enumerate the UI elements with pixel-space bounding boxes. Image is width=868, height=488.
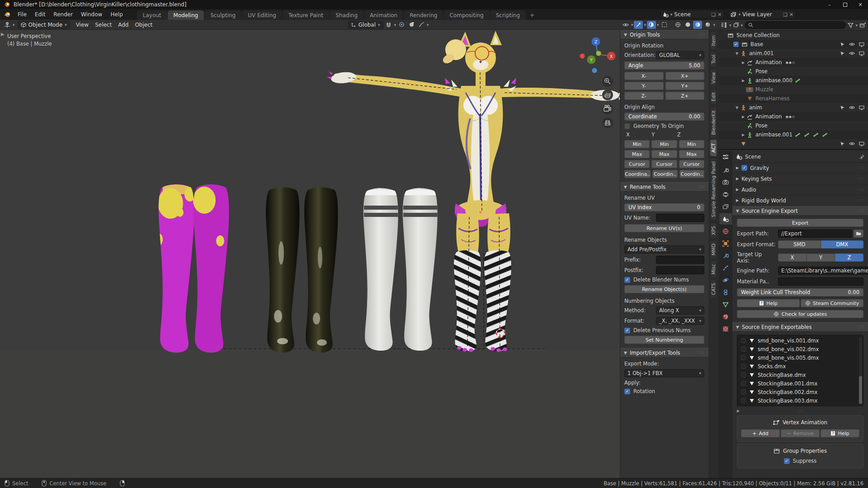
properties-tab-world[interactable] <box>719 225 732 237</box>
up-axis-y-option[interactable]: Y <box>807 253 835 262</box>
chevron-down-icon[interactable]: ▾ <box>855 23 858 28</box>
folder-browse-icon[interactable] <box>854 230 863 238</box>
workspace-tab-modeling[interactable]: Modeling <box>168 10 204 20</box>
workspace-tab-compositing[interactable]: Compositing <box>443 10 489 20</box>
align-cursor-button[interactable]: Cursor <box>624 160 650 168</box>
prepostfix-dropdown[interactable]: Add Pre/Postfix▾ <box>624 245 704 253</box>
export-mode-dropdown[interactable]: 1 Obj->1 FBX▾ <box>624 369 704 377</box>
align-max-button[interactable]: Max <box>624 150 650 158</box>
align-cursor-button[interactable]: Cursor <box>651 160 677 168</box>
expand-arrow-icon[interactable]: ▶ <box>737 409 740 413</box>
disclosure-open-icon[interactable]: ▼ <box>734 52 740 56</box>
properties-tab-render[interactable] <box>719 177 732 188</box>
panel-header-rigid-body-world[interactable]: ▶Rigid Body World:::: <box>732 195 868 206</box>
angle-slider[interactable]: Angle5.00 <box>624 61 704 70</box>
filter-icon[interactable] <box>848 23 854 28</box>
panel-header-audio[interactable]: ▶Audio:::: <box>732 184 868 195</box>
outliner-search-input[interactable] <box>745 21 846 29</box>
align-max-button[interactable]: Max <box>679 150 704 158</box>
exportable-item[interactable]: StockingBase.dmx <box>737 371 863 379</box>
pointer-icon[interactable] <box>840 51 845 56</box>
check-for-updates-button[interactable]: Check for updates <box>737 310 863 318</box>
origin-rotate-z-button[interactable]: Z+ <box>665 92 705 100</box>
outliner-row-animation[interactable]: ▶Animation◆◆◇ <box>719 58 868 67</box>
resize-grip[interactable]: :::: <box>798 409 805 413</box>
copy-icon[interactable]: ❏ <box>783 12 788 18</box>
delete-blender-nums-checkbox[interactable]: ✓Delete Blender Nums <box>624 277 704 283</box>
pointer-icon[interactable] <box>840 105 845 110</box>
disclosure-closed-icon[interactable]: ▶ <box>741 133 746 137</box>
outliner-row-partial[interactable] <box>719 139 868 148</box>
material-path-input[interactable] <box>778 277 863 286</box>
n-panel-tab-mmd[interactable]: MMD <box>710 240 717 259</box>
pointer-icon[interactable] <box>840 141 845 146</box>
n-panel-tab-xps[interactable]: XPS <box>710 222 717 239</box>
close-button[interactable]: ✕ <box>853 0 868 9</box>
maximize-button[interactable] <box>837 0 853 9</box>
n-panel-tab-tool[interactable]: Tool <box>710 51 717 67</box>
outliner-row-pose[interactable]: Pose <box>719 67 868 76</box>
rename-uv-button[interactable]: Rename UV(s) <box>624 224 704 232</box>
disclosure-closed-icon[interactable]: ▶ <box>741 79 746 83</box>
workspace-tab-animation[interactable]: Animation <box>364 10 403 20</box>
format-dmx-option[interactable]: DMX <box>821 240 864 249</box>
uv-index-slider[interactable]: UV Index0 <box>624 203 704 211</box>
eye-icon[interactable] <box>849 141 855 146</box>
scene-selector[interactable]: ▾ Scene ❏ ✕ <box>660 10 724 19</box>
rotation-checkbox[interactable]: ✓Rotation <box>624 388 704 394</box>
viewport-menu-select[interactable]: Select <box>92 22 115 28</box>
exportable-checkbox[interactable] <box>741 355 746 360</box>
origin-rotate-y-button[interactable]: Y- <box>624 82 664 90</box>
monitor-icon[interactable] <box>859 105 864 110</box>
exportable-checkbox[interactable] <box>741 398 746 403</box>
exportable-checkbox[interactable] <box>741 389 746 394</box>
disclosure-open-icon[interactable]: ▼ <box>734 106 740 110</box>
origin-rotate-x-button[interactable]: X+ <box>665 72 705 80</box>
gravity-checkbox[interactable]: ✓ <box>741 165 747 171</box>
chevron-down-icon[interactable]: ▾ <box>644 23 646 27</box>
add-workspace-button[interactable]: + <box>526 10 538 20</box>
n-panel-tab-item[interactable]: Item <box>710 32 717 50</box>
display-mode-icon[interactable] <box>733 22 739 28</box>
transform-orientation-dropdown[interactable]: Global ▾ <box>348 21 383 29</box>
snap-target-icon[interactable] <box>397 21 406 29</box>
outliner-row-scene-collection[interactable]: Scene Collection <box>719 31 868 40</box>
n-panel-tab-misc[interactable]: Misc <box>710 260 717 278</box>
properties-tab-material[interactable] <box>719 311 732 322</box>
align-max-button[interactable]: Max <box>651 150 677 158</box>
menu-help[interactable]: Help <box>106 9 127 20</box>
up-axis-x-option[interactable]: X <box>778 253 807 262</box>
editor-type-icon[interactable] <box>3 21 12 29</box>
properties-tab-constraints[interactable] <box>719 286 732 298</box>
workspace-tab-texture-paint[interactable]: Texture Paint <box>283 10 329 20</box>
view-layer-selector[interactable]: ▾ View Layer ❏ ✕ <box>728 10 796 19</box>
editor-type-icon[interactable] <box>721 22 727 28</box>
workspace-tab-uv-editing[interactable]: UV Editing <box>242 10 282 20</box>
exportable-checkbox[interactable] <box>741 347 746 352</box>
export-button[interactable]: Export <box>737 219 863 227</box>
outliner-row-animbase-001[interactable]: ▶animbase.001 <box>719 130 868 139</box>
export-path-input[interactable]: //Export <box>778 230 852 238</box>
disclosure-closed-icon[interactable]: ▶ <box>741 115 746 119</box>
toolbar-expand-arrow[interactable]: ▶ <box>1 32 5 37</box>
properties-tab-scene[interactable] <box>719 213 732 225</box>
align-cursor-button[interactable]: Cursor <box>679 160 704 168</box>
geometry-to-origin-checkbox[interactable]: Geometry To Origin <box>624 123 704 129</box>
outliner-row-base[interactable]: ✓Base <box>719 40 868 49</box>
orientation-dropdown[interactable]: GLOBAL▾ <box>656 51 704 59</box>
n-panel-tab-simple-renaming-panel[interactable]: Simple Renaming Panel <box>710 158 717 221</box>
n-panel-tab-view[interactable]: View <box>710 69 717 87</box>
eye-icon[interactable] <box>849 51 855 56</box>
monitor-icon[interactable] <box>859 51 864 56</box>
properties-tab-physics[interactable] <box>719 274 732 286</box>
chevron-down-icon[interactable]: ▾ <box>657 23 659 27</box>
copy-icon[interactable]: ❏ <box>711 12 716 18</box>
exportable-item[interactable]: smd_bone_vis.001.dmx <box>737 336 863 345</box>
panel-header-keying-sets[interactable]: ▶Keying Sets:::: <box>732 174 868 184</box>
collection-checkbox[interactable]: ✓ <box>733 42 739 47</box>
up-axis-z-option[interactable]: Z <box>835 253 863 262</box>
shading-material-icon[interactable] <box>693 21 702 29</box>
menu-file[interactable]: File <box>14 9 31 20</box>
exportable-item[interactable]: StockingBase.001.dmx <box>737 379 863 388</box>
vertex-anim-remove-button[interactable]: −Remove <box>781 429 820 437</box>
